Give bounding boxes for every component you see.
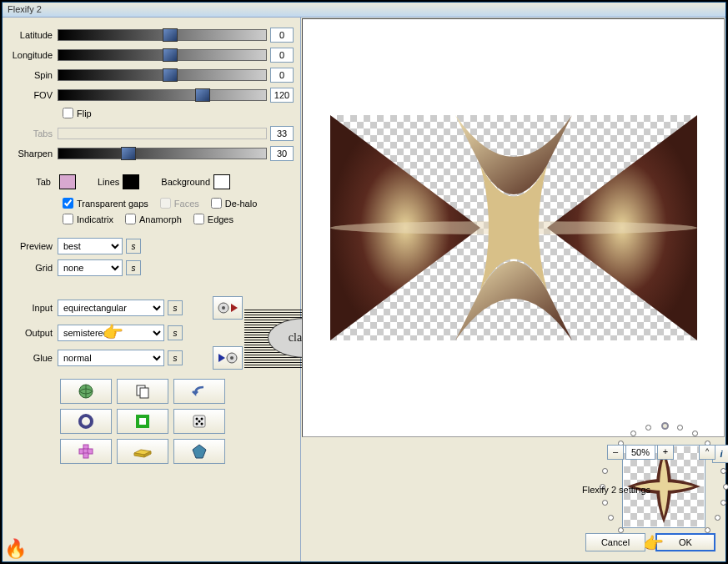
window-title: Flexify 2 [8,4,42,14]
tabs-value[interactable]: 33 [270,126,294,141]
play-disc-button[interactable] [213,346,243,370]
ring-dot[interactable] [720,468,726,474]
square-button[interactable] [117,409,168,434]
disc-play-icon [217,300,238,315]
plus-grid-button[interactable] [60,439,112,464]
circle-icon [78,413,94,430]
ring-dot[interactable] [602,468,608,474]
controls-panel: Latitude 0 Longitude 0 Spin 0 FOV 120 [3,18,300,561]
sharpen-value[interactable]: 30 [270,146,294,161]
ring-dot[interactable] [645,543,651,549]
dehalo-checkbox[interactable] [211,198,222,209]
latitude-slider[interactable] [58,29,267,41]
longitude-slider[interactable] [58,49,267,61]
cancel-button[interactable]: Cancel [585,533,645,551]
ring-dot[interactable] [692,431,698,436]
indicatrix-checkbox[interactable] [63,214,73,224]
collapse-button[interactable]: ^ [699,445,715,460]
settings-label: Flexify 2 settings [582,485,650,495]
edges-checkbox[interactable] [193,214,204,224]
input-s-button[interactable]: s [168,300,183,315]
brick-icon [133,445,153,458]
zoom-out-button[interactable]: – [607,445,624,460]
ring-dot[interactable] [720,500,726,506]
output-s-button[interactable]: s [168,325,183,340]
plus-grid-icon [78,443,94,460]
fire-icon[interactable]: 🔥 [4,538,27,560]
background-color-swatch[interactable] [213,174,230,189]
glue-select[interactable]: normal [58,350,164,366]
transparent-gaps-checkbox[interactable] [63,198,73,209]
spin-slider[interactable] [58,69,267,81]
ring-dot[interactable] [602,500,608,506]
title-bar: Flexify 2 [3,3,725,18]
output-select[interactable]: semistereo [58,325,164,341]
sharpen-label: Sharpen [9,149,58,159]
preview-artwork [330,115,697,340]
background-color-label: Background [161,177,210,187]
tabs-slider [58,128,267,139]
tab-color-swatch[interactable] [59,174,76,189]
ring-dot[interactable] [661,422,669,430]
svg-rect-8 [138,416,148,426]
dice-button[interactable] [173,409,225,434]
play-disc-icon [217,350,238,365]
longitude-value[interactable]: 0 [270,48,294,63]
square-icon [134,413,151,430]
svg-rect-19 [83,453,88,458]
tool-button-grid [58,376,249,466]
svg-point-11 [201,418,203,420]
faces-checkbox [160,198,171,209]
latitude-value[interactable]: 0 [270,28,294,43]
ok-button[interactable]: OK [655,533,715,551]
tab-color-label: Tab [9,177,56,187]
circle-button[interactable] [60,409,112,434]
glue-label: Glue [9,353,58,363]
copy-button[interactable] [117,379,168,404]
svg-point-12 [198,420,201,423]
lines-color-swatch[interactable] [123,174,139,189]
copy-icon [134,383,151,400]
grid-s-button[interactable]: s [126,260,141,275]
zoom-value[interactable]: 50% [625,445,655,460]
ring-dot[interactable] [608,515,614,521]
input-select[interactable]: equirectangular [58,300,164,316]
spin-value[interactable]: 0 [270,68,294,83]
fov-slider[interactable] [58,89,267,101]
input-label: Input [9,303,58,313]
polygon-button[interactable] [173,439,225,464]
sharpen-slider[interactable] [58,148,267,159]
ring-dot[interactable] [630,431,636,436]
svg-point-3 [230,356,233,360]
grid-select[interactable]: none [58,259,123,276]
ring-dot[interactable] [677,425,683,431]
grid-label: Grid [9,263,58,273]
ring-dot[interactable] [645,425,651,431]
flip-label: Flip [77,108,92,118]
preview-label: Preview [9,241,58,251]
globe-icon [77,382,95,400]
undo-button[interactable] [173,379,225,404]
rotate-globe-button[interactable] [60,379,112,404]
preview-s-button[interactable]: s [126,239,141,254]
latitude-label: Latitude [9,30,58,40]
output-label: Output [9,328,58,338]
fov-value[interactable]: 120 [270,88,294,103]
svg-point-7 [80,415,92,427]
preview-canvas[interactable] [302,18,725,437]
flip-checkbox[interactable] [63,108,73,118]
dice-icon [191,413,208,430]
disc-play-button[interactable] [213,296,243,320]
zoom-in-button[interactable]: + [657,445,674,460]
brick-button[interactable] [117,439,168,464]
ring-dot[interactable] [723,484,728,490]
svg-rect-6 [140,388,148,398]
gem-icon [191,443,208,460]
longitude-label: Longitude [9,50,58,60]
anamorph-checkbox[interactable] [125,214,136,224]
spin-label: Spin [9,70,58,80]
preview-select[interactable]: best [58,238,123,254]
ring-dot[interactable] [715,515,720,521]
svg-point-1 [222,306,225,310]
glue-s-button[interactable]: s [168,350,183,365]
